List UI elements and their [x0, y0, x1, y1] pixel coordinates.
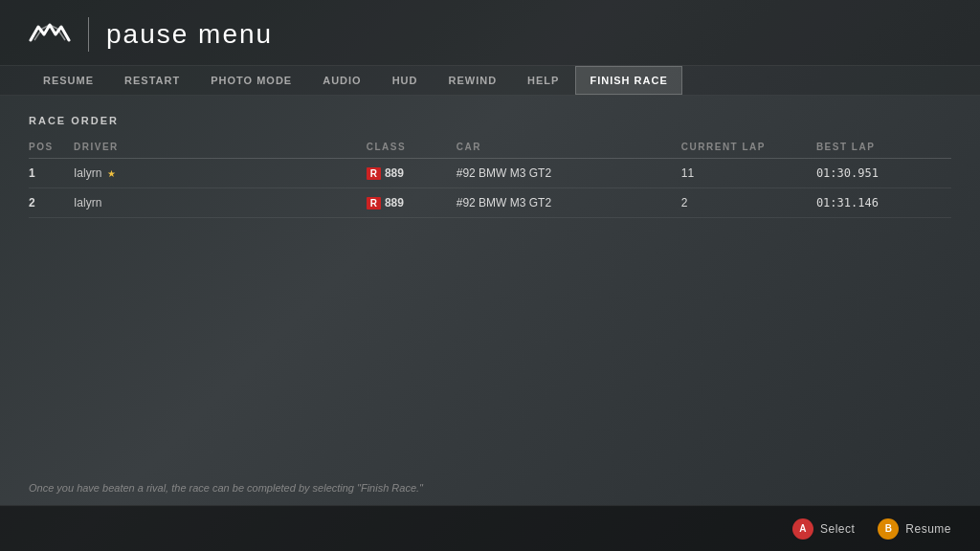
forza-logo	[29, 21, 71, 48]
class-cell: R889	[367, 188, 457, 217]
bottom-action-resume[interactable]: BResume	[878, 518, 951, 540]
nav-tab-photo-mode[interactable]: PHOTO MODE	[196, 66, 306, 95]
driver-name: Ialyrn	[74, 166, 101, 180]
crown-icon: ★	[107, 168, 116, 179]
class-cell: R889	[367, 159, 457, 187]
nav-tab-audio[interactable]: AUDIO	[308, 66, 375, 95]
table-row: 1Ialyrn★R889#92 BMW M3 GT21101:30.951	[29, 159, 951, 188]
col-best-lap: BEST LAP	[816, 138, 951, 159]
race-table: POS DRIVER CLASS CAR CURRENT LAP BEST LA…	[29, 138, 951, 218]
bottom-action-select[interactable]: ASelect	[792, 518, 855, 540]
nav-tab-hud[interactable]: HUD	[378, 66, 433, 95]
main-content: RACE ORDER POS DRIVER CLASS CAR CURRENT …	[0, 96, 980, 237]
button-a: A	[792, 518, 813, 540]
class-number: 889	[385, 166, 404, 180]
page-title: pause menu	[106, 19, 273, 50]
best-lap-cell: 01:30.951	[816, 159, 951, 188]
col-current-lap: CURRENT LAP	[681, 138, 816, 159]
header-divider	[88, 17, 89, 52]
table-header-row: POS DRIVER CLASS CAR CURRENT LAP BEST LA…	[29, 138, 951, 159]
action-label-select: Select	[820, 522, 855, 536]
driver-name: Ialyrn	[74, 196, 101, 209]
nav-tab-rewind[interactable]: REWIND	[434, 66, 511, 95]
logo-icon	[29, 21, 71, 48]
pos-cell: 1	[29, 159, 74, 188]
table-row: 2IalyrnR889#92 BMW M3 GT2201:31.146	[29, 188, 951, 218]
class-letter: R	[367, 197, 381, 209]
driver-cell: Ialyrn★	[74, 159, 367, 188]
header: pause menu	[0, 0, 980, 66]
current-lap-cell: 2	[681, 188, 816, 218]
col-driver: DRIVER	[74, 138, 367, 159]
bottom-bar: ASelectBResume	[0, 505, 980, 551]
nav-tab-restart[interactable]: RESTART	[110, 66, 194, 95]
hint-text: Once you have beaten a rival, the race c…	[29, 482, 423, 494]
nav-tab-finish-race[interactable]: FINISH RACE	[575, 66, 681, 95]
best-lap-cell: 01:31.146	[816, 188, 951, 218]
car-cell: #92 BMW M3 GT2	[457, 159, 681, 188]
car-cell: #92 BMW M3 GT2	[457, 188, 681, 218]
current-lap-cell: 11	[681, 159, 816, 188]
nav-tab-help[interactable]: HELP	[513, 66, 573, 95]
nav-tabs: RESUMERESTARTPHOTO MODEAUDIOHUDREWINDHEL…	[0, 66, 980, 96]
col-car: CAR	[457, 138, 681, 159]
col-pos: POS	[29, 138, 74, 159]
action-label-resume: Resume	[905, 522, 951, 536]
pos-cell: 2	[29, 188, 74, 218]
class-letter: R	[367, 167, 381, 180]
class-number: 889	[385, 196, 404, 209]
footer-hint: Once you have beaten a rival, the race c…	[29, 478, 951, 496]
section-title: RACE ORDER	[29, 115, 951, 126]
nav-tab-resume[interactable]: RESUME	[29, 66, 108, 95]
button-b: B	[878, 518, 899, 540]
driver-cell: Ialyrn	[74, 188, 367, 218]
col-class: CLASS	[367, 138, 457, 159]
